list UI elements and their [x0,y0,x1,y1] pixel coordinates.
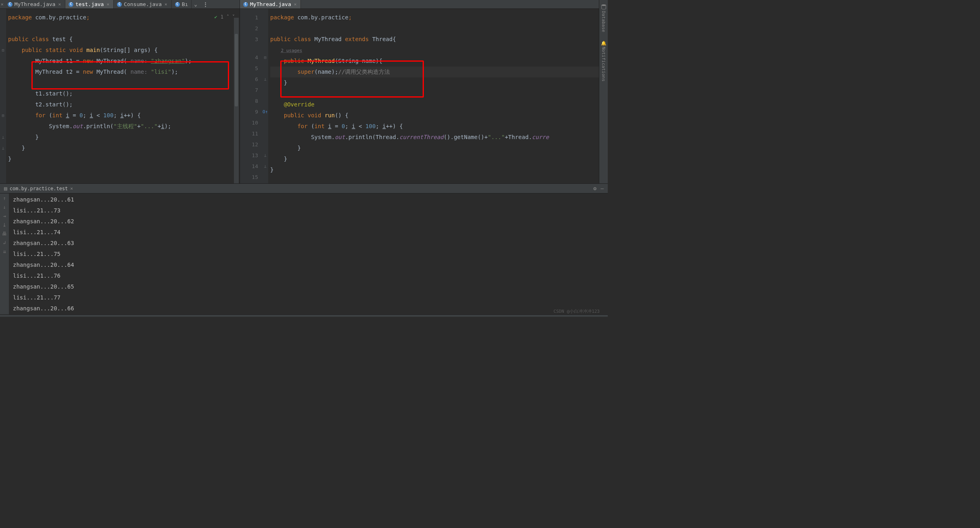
fold-gutter[interactable]: ⊟ ⊟ ⊥ ⊥ [0,9,6,183]
fold-end-icon[interactable]: ⊥ [0,143,6,154]
print-icon[interactable]: 🖶 [2,231,7,237]
tab-mythread-right[interactable]: CMyThread.java✕ [240,0,301,8]
watermark: CSDN @小白冲冲冲123 [553,308,600,314]
tab-label: Consume.java [124,1,162,7]
export-icon[interactable]: ⤓ [2,222,6,228]
chevron-up-icon[interactable]: ˄ [227,14,229,20]
console-toolbar: ↑ ↓ ⇥ ⤓ 🖶 ↲ ⇊ [0,193,9,314]
close-icon[interactable]: ✕ [106,2,110,7]
close-icon[interactable]: ✕ [293,2,298,7]
console-title: com.by.practice.test [10,186,68,191]
java-class-icon: C [117,2,122,7]
chevron-down-icon[interactable]: ˅ [232,14,235,20]
chevron-down-icon[interactable]: ⌄ [192,1,200,7]
java-class-icon: C [243,2,248,7]
fold-icon[interactable]: ⊟ [262,52,268,63]
run-config-icon: ▤ [4,185,7,191]
minimize-icon[interactable]: — [601,185,604,191]
java-class-icon: C [175,2,180,7]
tab-test[interactable]: Ctest.java✕ [65,0,114,8]
scrollbar-thumb[interactable] [235,34,238,106]
java-class-icon: C [8,2,13,7]
line-gutter: 1 2 3 4 5 6 7 8 9 10 11 12 13 14 15 [240,9,262,183]
console-output[interactable]: zhangsan...20...61 lisi...21...73 zhangs… [9,193,608,314]
right-toolbar: Database 🔔 Notifications [599,0,608,183]
database-icon [601,4,607,10]
tab-mythread-left[interactable]: CMyThread.java✕ [4,0,65,8]
fold-gutter[interactable]: ⊟ ⊥ O↑ ⊥ ⊥ [262,9,268,183]
run-console: ▤ com.by.practice.test ✕ ⚙ — ↑ ↓ ⇥ ⤓ 🖶 ↲… [0,183,608,314]
notifications-tool[interactable]: 🔔 Notifications [601,40,606,81]
down-icon[interactable]: ↓ [3,204,6,210]
fold-end-icon[interactable]: ⊥ [262,74,268,85]
bell-icon: 🔔 [601,40,606,46]
console-header: ▤ com.by.practice.test ✕ ⚙ — [0,184,608,193]
check-icon: ✔ [215,14,217,20]
fold-end-icon[interactable]: ⊥ [262,161,268,172]
gear-icon[interactable]: ⚙ [593,185,596,191]
right-tabs: CMyThread.java✕ ⋮ [240,0,608,9]
tab-label: MyThread.java [250,1,291,7]
scroll-icon[interactable]: ⇊ [3,249,6,254]
code-content[interactable]: package com.by.practice; public class My… [268,9,608,183]
inspection-status[interactable]: ✔1 ˄ ˅ [215,14,235,20]
tab-b[interactable]: CBı [172,0,192,8]
tab-label: Bı [182,1,188,7]
left-tabs: ✕ CMyThread.java✕ Ctest.java✕ CConsume.j… [0,0,240,9]
more-menu-icon[interactable]: ⋮ [200,1,211,7]
tab-label: MyThread.java [15,1,56,7]
usages-hint[interactable]: 2 usages [281,48,302,53]
database-tool[interactable]: Database [601,4,607,32]
scrollbar[interactable] [234,18,239,183]
fold-icon[interactable]: ⊟ [0,110,6,121]
close-icon[interactable]: ✕ [70,186,73,191]
close-icon[interactable]: ✕ [0,2,4,7]
java-class-icon: C [69,2,73,7]
right-editor[interactable]: 1 2 3 4 5 6 7 8 9 10 11 12 13 14 15 [240,9,608,183]
filter-icon[interactable]: ⇥ [3,213,6,219]
close-icon[interactable]: ✕ [57,2,62,7]
up-icon[interactable]: ↑ [3,195,6,201]
code-content[interactable]: package com.by.practice; public class te… [6,9,240,183]
status-bar [0,314,608,317]
close-icon[interactable]: ✕ [164,2,168,7]
wrap-icon[interactable]: ↲ [3,240,6,245]
tab-label: test.java [75,1,104,7]
left-editor[interactable]: ⊟ ⊟ ⊥ ⊥ package com.by.practice; public … [0,9,240,183]
svg-point-0 [601,4,606,6]
fold-end-icon[interactable]: ⊥ [262,150,268,161]
override-icon[interactable]: O↑ [262,106,268,117]
tab-consume[interactable]: CConsume.java✕ [114,0,172,8]
fold-end-icon[interactable]: ⊥ [0,132,6,143]
fold-icon[interactable]: ⊟ [0,45,6,56]
